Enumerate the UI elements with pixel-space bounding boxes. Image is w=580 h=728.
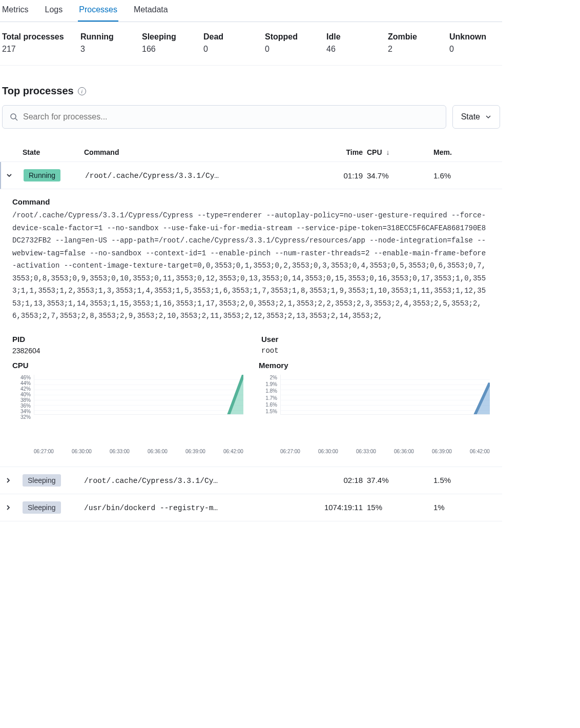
summary-zombie-label: Zombie <box>388 32 444 42</box>
svg-point-0 <box>11 114 16 119</box>
memory-chart-y-axis: 2%1.9%1.8%1.7%1.6%1.5% <box>259 375 280 415</box>
sort-desc-icon: ↓ <box>386 148 389 156</box>
table-row[interactable]: Sleeping /usr/bin/dockerd --registry-m… … <box>0 494 502 521</box>
col-command[interactable]: Command <box>84 148 316 156</box>
process-table-header: State Command Time CPU ↓ Mem. <box>0 143 502 162</box>
details-full-command: /root/.cache/Cypress/3.3.1/Cypress/Cypre… <box>12 209 490 322</box>
col-cpu[interactable]: CPU ↓ <box>367 148 433 156</box>
summary-idle-value: 46 <box>326 45 383 54</box>
row-command: /usr/bin/dockerd --registry-m… <box>84 504 218 512</box>
chevron-down-icon <box>6 172 12 178</box>
state-badge: Sleeping <box>23 501 61 514</box>
cpu-chart: CPU 46%44%42%40%38%36%34%32% 06:27:0006:… <box>12 361 243 454</box>
summary-sleeping-label: Sleeping <box>142 32 198 42</box>
details-command-label: Command <box>12 197 490 206</box>
cpu-chart-y-axis: 46%44%42%40%38%36%34%32% <box>12 375 34 415</box>
chevron-right-icon <box>5 504 11 511</box>
state-filter-label: State <box>461 112 480 122</box>
col-mem[interactable]: Mem. <box>433 148 500 156</box>
summary-dead-value: 0 <box>203 45 260 54</box>
cpu-chart-plot <box>34 375 243 415</box>
tab-metadata[interactable]: Metadata <box>133 0 169 22</box>
summary-total-value: 217 <box>2 45 75 54</box>
summary-unknown-label: Unknown <box>449 32 500 42</box>
table-row[interactable]: Sleeping /root/.cache/Cypress/3.3.1/Cy… … <box>0 467 502 494</box>
chevron-down-icon <box>485 114 491 120</box>
row-mem: 1.6% <box>433 171 500 180</box>
tab-metrics[interactable]: Metrics <box>1 0 30 22</box>
svg-line-1 <box>15 118 17 120</box>
row-cpu: 37.4% <box>367 476 433 484</box>
summary-running-value: 3 <box>80 45 137 54</box>
tab-logs[interactable]: Logs <box>44 0 64 22</box>
info-icon[interactable]: i <box>78 87 86 95</box>
tab-processes[interactable]: Processes <box>78 0 118 22</box>
summary-sleeping-value: 166 <box>142 45 198 54</box>
col-time[interactable]: Time <box>316 148 367 156</box>
summary-stopped-label: Stopped <box>265 32 321 42</box>
row-mem: 1.5% <box>433 476 500 484</box>
summary-stopped-value: 0 <box>265 45 321 54</box>
summary-dead-label: Dead <box>203 32 260 42</box>
row-command: /root/.cache/Cypress/3.3.1/Cy… <box>85 172 219 180</box>
state-filter[interactable]: State <box>452 105 500 129</box>
details-pid-value: 2382604 <box>12 347 241 355</box>
search-box[interactable] <box>2 105 446 129</box>
row-mem: 1% <box>433 503 500 512</box>
row-details: Command /root/.cache/Cypress/3.3.1/Cypre… <box>0 189 502 467</box>
search-icon <box>10 113 18 121</box>
state-badge: Sleeping <box>23 474 61 487</box>
section-title: Top processes <box>2 85 74 97</box>
cpu-chart-title: CPU <box>12 361 243 370</box>
details-user-label: User <box>261 335 490 343</box>
memory-chart-x-axis: 06:27:0006:30:0006:33:0006:36:0006:39:00… <box>259 449 490 454</box>
tab-bar: Metrics Logs Processes Metadata <box>0 0 502 22</box>
memory-chart-title: Memory <box>259 361 490 370</box>
memory-chart-plot <box>280 375 490 415</box>
row-command: /root/.cache/Cypress/3.3.1/Cy… <box>84 477 218 485</box>
details-user-value: root <box>261 347 490 355</box>
summary-unknown-value: 0 <box>449 45 500 54</box>
row-toggle[interactable] <box>3 169 15 181</box>
summary-total-label: Total processes <box>2 32 75 42</box>
cpu-chart-x-axis: 06:27:0006:30:0006:33:0006:36:0006:39:00… <box>12 449 243 454</box>
row-time: 1074:19:11 <box>316 503 367 512</box>
memory-chart: Memory 2%1.9%1.8%1.7%1.6%1.5% 06:27:0006… <box>259 361 490 454</box>
table-row[interactable]: Running /root/.cache/Cypress/3.3.1/Cy… 0… <box>0 162 502 189</box>
row-toggle[interactable] <box>2 501 14 514</box>
details-pid-label: PID <box>12 335 241 343</box>
row-cpu: 15% <box>367 503 433 512</box>
row-time: 02:18 <box>316 476 367 484</box>
summary-zombie-value: 2 <box>388 45 444 54</box>
search-input[interactable] <box>23 112 439 122</box>
summary-running-label: Running <box>80 32 137 42</box>
state-badge: Running <box>24 169 60 181</box>
col-state[interactable]: State <box>23 148 84 156</box>
summary-idle-label: Idle <box>326 32 383 42</box>
row-time: 01:19 <box>316 171 367 180</box>
row-cpu: 34.7% <box>367 171 433 180</box>
chevron-right-icon <box>5 477 11 483</box>
process-summary: Total processes 217 Running 3 Sleeping 1… <box>0 22 502 66</box>
row-toggle[interactable] <box>2 474 14 487</box>
